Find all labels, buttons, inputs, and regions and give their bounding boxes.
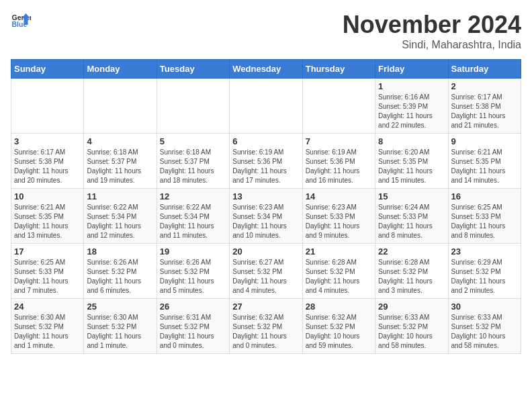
day-number: 17 [14,246,81,257]
day-number: 29 [378,302,445,312]
day-info: Sunrise: 6:17 AMSunset: 5:38 PMDaylight:… [451,93,518,130]
calendar-cell: 29Sunrise: 6:33 AMSunset: 5:32 PMDayligh… [375,299,448,354]
day-number: 10 [14,191,81,201]
calendar-cell: 4Sunrise: 6:18 AMSunset: 5:37 PMDaylight… [84,134,157,189]
calendar-cell: 14Sunrise: 6:23 AMSunset: 5:33 PMDayligh… [302,189,375,244]
day-info: Sunrise: 6:22 AMSunset: 5:34 PMDaylight:… [160,203,226,240]
calendar-cell: 9Sunrise: 6:21 AMSunset: 5:35 PMDaylight… [448,134,521,189]
weekday-header: Sunday [11,60,84,79]
calendar-cell: 26Sunrise: 6:31 AMSunset: 5:32 PMDayligh… [157,299,229,354]
day-number: 20 [232,246,299,257]
calendar-cell: 20Sunrise: 6:27 AMSunset: 5:32 PMDayligh… [230,244,302,299]
day-info: Sunrise: 6:33 AMSunset: 5:32 PMDaylight:… [451,313,518,351]
day-number: 26 [160,302,226,312]
day-number: 9 [451,136,518,146]
day-info: Sunrise: 6:22 AMSunset: 5:34 PMDaylight:… [87,203,153,240]
day-info: Sunrise: 6:28 AMSunset: 5:32 PMDaylight:… [378,258,445,295]
weekday-header: Friday [375,60,448,79]
day-info: Sunrise: 6:16 AMSunset: 5:39 PMDaylight:… [378,93,445,130]
calendar-cell: 17Sunrise: 6:25 AMSunset: 5:33 PMDayligh… [11,244,84,299]
day-number: 18 [87,246,153,257]
day-number: 19 [160,246,226,257]
calendar-cell: 27Sunrise: 6:32 AMSunset: 5:32 PMDayligh… [230,299,302,354]
calendar-cell [302,79,375,134]
day-info: Sunrise: 6:21 AMSunset: 5:35 PMDaylight:… [451,148,518,185]
day-info: Sunrise: 6:31 AMSunset: 5:32 PMDaylight:… [160,313,226,351]
calendar-cell: 6Sunrise: 6:19 AMSunset: 5:36 PMDaylight… [230,134,302,189]
day-number: 23 [451,246,518,257]
day-info: Sunrise: 6:24 AMSunset: 5:33 PMDaylight:… [378,203,445,240]
calendar-cell [230,79,302,134]
day-number: 27 [232,302,299,312]
logo: General Blue [11,11,31,31]
weekday-header: Tuesday [157,60,229,79]
day-number: 22 [378,246,445,257]
day-info: Sunrise: 6:17 AMSunset: 5:38 PMDaylight:… [14,148,81,185]
day-info: Sunrise: 6:19 AMSunset: 5:36 PMDaylight:… [232,148,299,185]
day-info: Sunrise: 6:18 AMSunset: 5:37 PMDaylight:… [87,148,153,185]
calendar-cell: 28Sunrise: 6:32 AMSunset: 5:32 PMDayligh… [302,299,375,354]
calendar-cell [157,79,229,134]
calendar-cell [11,79,84,134]
day-number: 30 [451,302,518,312]
day-info: Sunrise: 6:32 AMSunset: 5:32 PMDaylight:… [306,313,372,351]
day-number: 16 [451,191,518,201]
day-info: Sunrise: 6:23 AMSunset: 5:33 PMDaylight:… [306,203,372,240]
weekday-header: Saturday [448,60,521,79]
day-number: 24 [14,302,81,312]
day-info: Sunrise: 6:19 AMSunset: 5:36 PMDaylight:… [306,148,372,185]
day-number: 25 [87,302,153,312]
day-info: Sunrise: 6:28 AMSunset: 5:32 PMDaylight:… [306,258,372,295]
day-number: 1 [378,81,445,91]
day-number: 6 [232,136,299,146]
day-info: Sunrise: 6:32 AMSunset: 5:32 PMDaylight:… [232,313,299,351]
weekday-header: Monday [84,60,157,79]
day-number: 14 [306,191,372,201]
calendar-cell: 5Sunrise: 6:18 AMSunset: 5:37 PMDaylight… [157,134,229,189]
day-info: Sunrise: 6:30 AMSunset: 5:32 PMDaylight:… [87,313,153,351]
day-info: Sunrise: 6:27 AMSunset: 5:32 PMDaylight:… [232,258,299,295]
day-info: Sunrise: 6:25 AMSunset: 5:33 PMDaylight:… [14,258,81,295]
day-number: 12 [160,191,226,201]
title-area: November 2024 Sindi, Maharashtra, India [343,11,521,51]
calendar-table: SundayMondayTuesdayWednesdayThursdayFrid… [11,59,521,354]
weekday-header: Thursday [302,60,375,79]
day-info: Sunrise: 6:26 AMSunset: 5:32 PMDaylight:… [87,258,153,295]
day-info: Sunrise: 6:26 AMSunset: 5:32 PMDaylight:… [160,258,226,295]
calendar-cell: 24Sunrise: 6:30 AMSunset: 5:32 PMDayligh… [11,299,84,354]
header: General Blue November 2024 Sindi, Mahara… [11,11,521,51]
calendar-cell: 19Sunrise: 6:26 AMSunset: 5:32 PMDayligh… [157,244,229,299]
day-info: Sunrise: 6:20 AMSunset: 5:35 PMDaylight:… [378,148,445,185]
calendar-cell: 7Sunrise: 6:19 AMSunset: 5:36 PMDaylight… [302,134,375,189]
calendar-cell: 12Sunrise: 6:22 AMSunset: 5:34 PMDayligh… [157,189,229,244]
day-info: Sunrise: 6:33 AMSunset: 5:32 PMDaylight:… [378,313,445,351]
calendar-cell: 25Sunrise: 6:30 AMSunset: 5:32 PMDayligh… [84,299,157,354]
calendar-cell: 2Sunrise: 6:17 AMSunset: 5:38 PMDaylight… [448,79,521,134]
calendar-cell: 13Sunrise: 6:23 AMSunset: 5:34 PMDayligh… [230,189,302,244]
calendar-cell: 3Sunrise: 6:17 AMSunset: 5:38 PMDaylight… [11,134,84,189]
calendar-cell: 1Sunrise: 6:16 AMSunset: 5:39 PMDaylight… [375,79,448,134]
calendar-cell [84,79,157,134]
calendar-cell: 15Sunrise: 6:24 AMSunset: 5:33 PMDayligh… [375,189,448,244]
day-number: 2 [451,81,518,91]
day-number: 5 [160,136,226,146]
day-info: Sunrise: 6:25 AMSunset: 5:33 PMDaylight:… [451,203,518,240]
day-number: 21 [306,246,372,257]
day-info: Sunrise: 6:29 AMSunset: 5:32 PMDaylight:… [451,258,518,295]
calendar-cell: 11Sunrise: 6:22 AMSunset: 5:34 PMDayligh… [84,189,157,244]
day-info: Sunrise: 6:21 AMSunset: 5:35 PMDaylight:… [14,203,81,240]
calendar-cell: 22Sunrise: 6:28 AMSunset: 5:32 PMDayligh… [375,244,448,299]
day-number: 4 [87,136,153,146]
logo-icon: General Blue [11,11,31,31]
calendar-cell: 8Sunrise: 6:20 AMSunset: 5:35 PMDaylight… [375,134,448,189]
calendar-cell: 18Sunrise: 6:26 AMSunset: 5:32 PMDayligh… [84,244,157,299]
day-number: 11 [87,191,153,201]
day-number: 13 [232,191,299,201]
weekday-header: Wednesday [230,60,302,79]
calendar-cell: 21Sunrise: 6:28 AMSunset: 5:32 PMDayligh… [302,244,375,299]
day-info: Sunrise: 6:23 AMSunset: 5:34 PMDaylight:… [232,203,299,240]
calendar-cell: 23Sunrise: 6:29 AMSunset: 5:32 PMDayligh… [448,244,521,299]
day-number: 15 [378,191,445,201]
day-number: 7 [306,136,372,146]
day-info: Sunrise: 6:18 AMSunset: 5:37 PMDaylight:… [160,148,226,185]
